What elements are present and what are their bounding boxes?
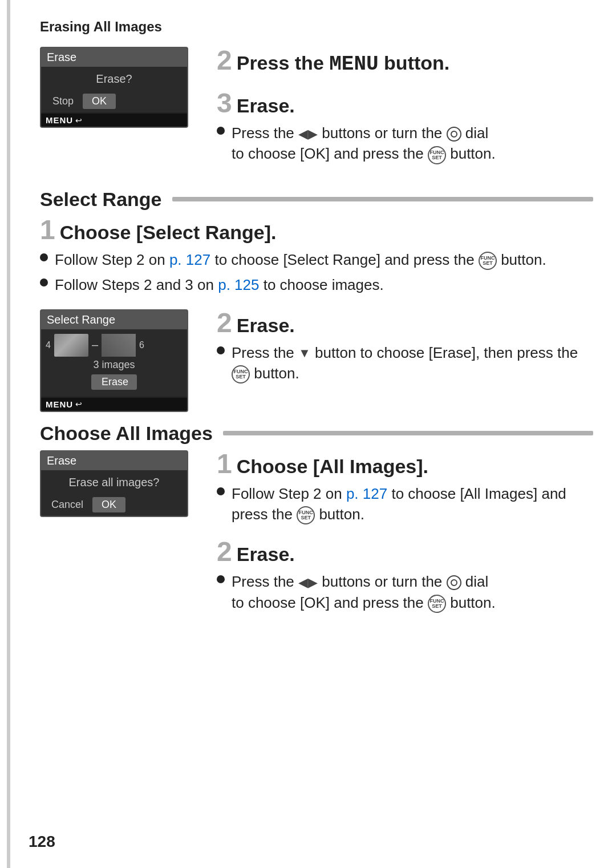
choose-all-screen: Erase Erase all images? Cancel OK [40,450,188,517]
choose-all-images-content: Erase Erase all images? Cancel OK 1 [40,450,593,627]
choose-all-ok-btn: OK [92,497,125,512]
bullet-dot [217,346,225,354]
choose-all-images-label: Choose All Images [40,422,213,445]
erase-screen-mockup: Erase Erase? Stop OK MENU ↩ [40,47,200,128]
choose-all-images-two-col: Erase Erase all images? Cancel OK 1 [40,450,593,627]
step-3-number: 3 [217,90,232,117]
choose-all-step-1-bullet-text: Follow Step 2 on p. 127 to choose [All I… [232,483,593,525]
page-number: 128 [29,833,55,851]
header-title: Erasing All Images [40,19,162,34]
choose-all-screen-header: Erase [41,451,187,470]
select-range-bullet-1: Follow Step 2 on p. 127 to choose [Selec… [40,249,593,270]
step-2-block: 2 Press the MENU button. [217,47,593,76]
func-set-icon-3 [232,365,250,383]
choose-all-screen-col: Erase Erase all images? Cancel OK [40,450,200,517]
img-start-number: 4 [46,340,51,350]
choose-all-step-1-heading: 1 Choose [All Images]. [217,450,593,478]
choose-all-step-1-title: Choose [All Images]. [237,455,428,478]
erase-ok-btn: OK [83,94,116,109]
images-count: 3 images [46,359,183,371]
choose-all-cancel-btn: Cancel [47,497,88,512]
bullet-dot [217,487,225,495]
bullet-dot [40,253,48,261]
select-range-screen-col: Select Range 4 – 6 [40,309,200,412]
select-range-step-1-number: 1 [40,216,55,244]
step-2-number: 2 [217,47,232,74]
select-range-label: Select Range [40,188,162,211]
bullet-dot [40,278,48,286]
menu-word: MENU [329,53,378,76]
select-range-two-col: Select Range 4 – 6 [40,309,593,412]
choose-all-step-2: 2 Erase. Press the ◀▶ buttons or turn th… [217,538,593,613]
select-range-step-1: 1 Choose [Select Range]. Follow Step 2 o… [40,216,593,296]
menu-label-2: MENU [46,399,73,409]
steps-2-3-column: 2 Press the MENU button. 3 Erase. Press … [217,47,593,178]
step-2-text: Press the MENU button. [237,52,450,76]
func-set-icon-4 [297,506,315,524]
step-3-bullet-1-text: Press the ◀▶ buttons or turn the dial to… [232,123,593,164]
step-3-title: Erase. [237,95,295,117]
select-range-screen: Select Range 4 – 6 [40,309,188,412]
choose-all-step-1-bullet: Follow Step 2 on p. 127 to choose [All I… [217,483,593,525]
img-end-number: 6 [139,340,144,350]
choose-all-images-divider [223,431,593,435]
select-range-step-2-title: Erase. [237,314,295,337]
dial-icon [447,127,461,142]
choose-all-step-1-number: 1 [217,450,232,478]
choose-all-step-2-bullet: Press the ◀▶ buttons or turn the dial to… [217,571,593,613]
bullet-dot [217,127,225,135]
select-range-section-row: Select Range [40,188,593,211]
select-range-erase-btn: Erase [91,374,137,390]
select-range-step-1-title: Choose [Select Range]. [60,221,277,244]
erase-screen-header: Erase [41,48,187,67]
func-set-icon-5 [428,595,446,613]
link-p127-2[interactable]: p. 127 [346,485,387,502]
step-2-heading: 2 Press the MENU button. [217,47,593,76]
menu-back-arrow: ↩ [75,116,82,125]
select-range-bullet-2-text: Follow Steps 2 and 3 on p. 125 to choose… [55,274,593,295]
erase-stop-btn: Stop [47,94,79,109]
img-thumb-1 [54,334,88,357]
choose-all-screen-body: Erase all images? Cancel OK [41,470,187,516]
choose-all-step-1: 1 Choose [All Images]. Follow Step 2 on … [217,450,593,525]
menu-back-arrow-2: ↩ [75,399,82,409]
erase-screen-body: Erase? Stop OK [41,67,187,112]
select-range-screen-header: Select Range [41,310,187,329]
select-range-content: 1 Choose [Select Range]. Follow Step 2 o… [40,216,593,412]
erase-screen-buttons: Stop OK [47,94,181,109]
img-thumb-2 [102,334,136,357]
top-area: Erase Erase? Stop OK MENU ↩ 2 [40,47,593,178]
erase-screen-menu-bar: MENU ↩ [41,114,187,127]
step-3-bullet-1: Press the ◀▶ buttons or turn the dial to… [217,123,593,164]
header-section: Erasing All Images [40,17,593,35]
choose-all-screen-text: Erase all images? [69,476,160,489]
func-set-icon [428,146,446,164]
choose-all-cancel-ok-row: Cancel OK [47,497,181,512]
img-dash: – [92,338,98,352]
choose-all-step-2-heading: 2 Erase. [217,538,593,566]
select-range-bullet-1-text: Follow Step 2 on p. 127 to choose [Selec… [55,249,593,270]
select-range-bullet-2: Follow Steps 2 and 3 on p. 125 to choose… [40,274,593,295]
choose-all-images-section-row: Choose All Images [40,422,593,445]
dial-icon-2 [447,575,461,590]
choose-all-step-2-number: 2 [217,538,232,566]
select-range-step-2-bullet-text: Press the ▼ button to choose [Erase], th… [232,342,593,384]
link-p125[interactable]: p. 125 [218,276,259,293]
sidebar-bar [0,0,10,868]
img-landscape-2 [102,334,136,357]
select-range-menu-bar: MENU ↩ [41,398,187,411]
select-range-step-2-number: 2 [217,309,232,337]
select-range-step-2-col: 2 Erase. Press the ▼ button to choose [E… [217,309,593,389]
step-3-heading: 3 Erase. [217,90,593,117]
select-range-divider [172,197,593,201]
step-3-block: 3 Erase. Press the ◀▶ buttons or turn th… [217,90,593,164]
bullet-dot [217,575,225,583]
func-set-icon-2 [479,252,497,270]
img-landscape-1 [54,334,88,357]
select-range-step-1-heading: 1 Choose [Select Range]. [40,216,593,244]
select-range-screen-body: 4 – 6 3 images Erase [41,329,187,397]
choose-all-step-2-bullet-text: Press the ◀▶ buttons or turn the dial to… [232,571,593,613]
link-p127-1[interactable]: p. 127 [169,251,210,268]
select-range-step-2-heading: 2 Erase. [217,309,593,337]
erase-screen: Erase Erase? Stop OK MENU ↩ [40,47,188,128]
